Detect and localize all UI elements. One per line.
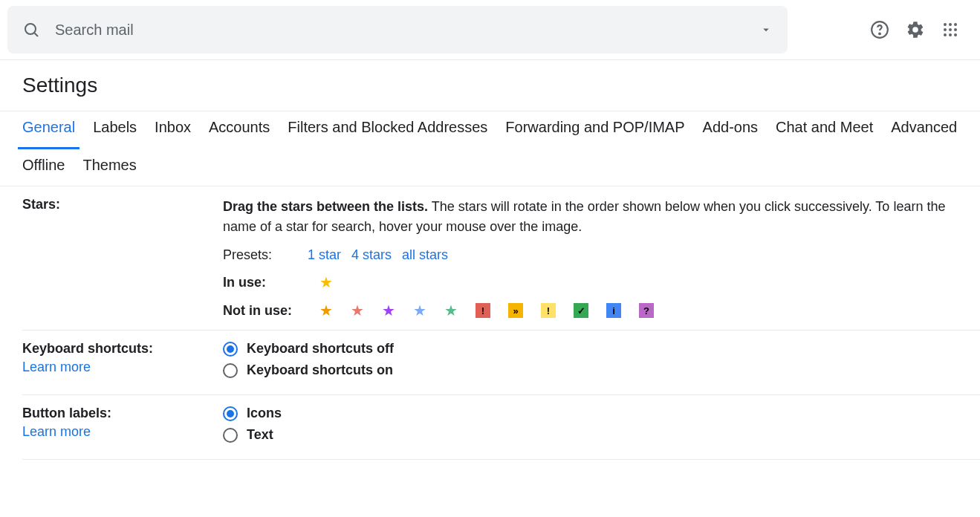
not-in-use-stars: ★★★★★!»!✓i? — [319, 302, 654, 319]
svg-point-5 — [949, 23, 952, 26]
settings-tabs: GeneralLabelsInboxAccountsFilters and Bl… — [0, 111, 980, 186]
svg-point-4 — [944, 23, 947, 26]
keyboard-option-1[interactable]: Keyboard shortcuts on — [223, 362, 980, 378]
gear-icon[interactable] — [906, 20, 925, 39]
radio-label: Text — [247, 427, 273, 443]
radio-icon — [223, 406, 238, 421]
preset-4-stars[interactable]: 4 stars — [351, 247, 392, 263]
preset-links: 1 star4 starsall stars — [308, 247, 448, 263]
stars-label: Stars: — [22, 197, 60, 212]
svg-point-11 — [949, 33, 952, 36]
in-use-label: In use: — [223, 275, 319, 290]
preset-1-star[interactable]: 1 star — [308, 247, 341, 263]
stars-description: Drag the stars between the lists. The st… — [223, 197, 980, 237]
button-labels-option-1[interactable]: Text — [223, 427, 980, 443]
radio-label: Icons — [247, 406, 282, 421]
button-labels-label: Button labels: — [22, 406, 111, 420]
in-use-stars: ★ — [319, 273, 333, 291]
tab-add-ons[interactable]: Add-ons — [703, 117, 759, 137]
svg-point-8 — [949, 28, 952, 31]
search-box[interactable] — [7, 6, 788, 53]
keyboard-option-0[interactable]: Keyboard shortcuts off — [223, 341, 980, 357]
star-icon[interactable]: ★ — [382, 302, 395, 319]
marker-i[interactable]: i — [606, 303, 621, 318]
tab-filters-and-blocked-addresses[interactable]: Filters and Blocked Addresses — [288, 117, 487, 137]
search-input[interactable] — [55, 22, 759, 39]
radio-icon — [223, 428, 238, 443]
tab-advanced[interactable]: Advanced — [891, 117, 957, 137]
topbar-actions — [870, 20, 959, 39]
tab-general[interactable]: General — [22, 117, 75, 137]
radio-label: Keyboard shortcuts off — [247, 341, 394, 357]
tab-chat-and-meet[interactable]: Chat and Meet — [776, 117, 873, 137]
section-stars: Stars: Drag the stars between the lists.… — [22, 186, 980, 331]
preset-all-stars[interactable]: all stars — [402, 247, 448, 263]
radio-label: Keyboard shortcuts on — [247, 362, 393, 378]
section-button-labels: Button labels: Learn more IconsText — [22, 395, 980, 460]
svg-point-10 — [944, 33, 947, 36]
help-icon[interactable] — [870, 20, 889, 39]
tab-themes[interactable]: Themes — [82, 155, 136, 175]
topbar — [0, 0, 980, 59]
button-labels-learn-more-link[interactable]: Learn more — [22, 424, 223, 440]
tab-labels[interactable]: Labels — [93, 117, 137, 137]
radio-icon — [223, 363, 238, 378]
marker-✓[interactable]: ✓ — [574, 303, 588, 318]
svg-point-9 — [954, 28, 957, 31]
svg-point-6 — [954, 23, 957, 26]
keyboard-learn-more-link[interactable]: Learn more — [22, 360, 223, 375]
svg-point-12 — [954, 33, 957, 36]
marker-»[interactable]: » — [508, 303, 523, 318]
presets-label: Presets: — [223, 247, 272, 263]
star-icon[interactable]: ★ — [351, 302, 364, 319]
search-icon — [22, 21, 40, 39]
tab-forwarding-and-pop-imap[interactable]: Forwarding and POP/IMAP — [505, 117, 684, 137]
page-title: Settings — [0, 60, 980, 111]
search-options-caret[interactable] — [759, 23, 773, 36]
svg-line-1 — [35, 33, 39, 37]
button-labels-option-0[interactable]: Icons — [223, 406, 980, 421]
marker-![interactable]: ! — [541, 303, 556, 318]
star-icon[interactable]: ★ — [319, 302, 333, 319]
not-in-use-label: Not in use: — [223, 303, 319, 319]
svg-point-7 — [944, 28, 947, 31]
star-icon[interactable]: ★ — [444, 302, 458, 319]
svg-point-0 — [25, 24, 36, 34]
star-icon[interactable]: ★ — [413, 302, 426, 319]
apps-grid-icon[interactable] — [941, 21, 959, 39]
marker-![interactable]: ! — [476, 303, 490, 318]
section-keyboard-shortcuts: Keyboard shortcuts: Learn more Keyboard … — [22, 331, 980, 395]
tab-inbox[interactable]: Inbox — [155, 117, 191, 137]
tab-accounts[interactable]: Accounts — [209, 117, 270, 137]
tab-offline[interactable]: Offline — [22, 155, 65, 175]
svg-point-3 — [879, 33, 880, 35]
radio-icon — [223, 342, 238, 357]
marker-?[interactable]: ? — [639, 303, 654, 318]
star-icon[interactable]: ★ — [319, 273, 333, 291]
keyboard-label: Keyboard shortcuts: — [22, 341, 153, 356]
